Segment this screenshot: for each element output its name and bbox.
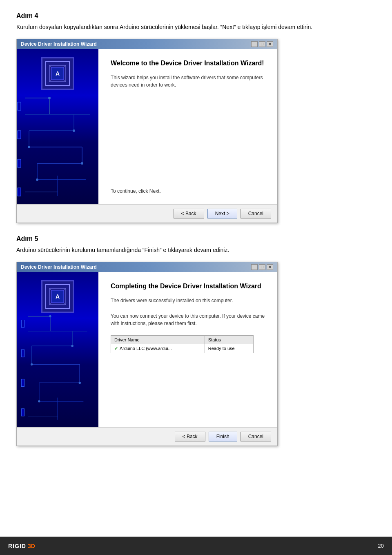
driver-table: Driver Name Status ✓Arduino LLC (www.ard… [111, 335, 254, 353]
svg-rect-19 [18, 131, 21, 139]
driver-name-cell: ✓Arduino LLC (www.ardui... [111, 344, 205, 353]
step5-logo-box: A [41, 280, 74, 313]
svg-point-40 [49, 315, 51, 317]
svg-point-42 [31, 363, 33, 365]
step5-minimize-button[interactable]: _ [251, 264, 258, 270]
svg-point-17 [36, 178, 38, 181]
svg-point-13 [48, 97, 51, 99]
svg-rect-47 [21, 379, 24, 386]
step5-text: Arduino sürücülerinin kurulumu tamamland… [16, 246, 376, 254]
titlebar-controls: _ □ ✕ [251, 41, 273, 47]
driver-col-status: Status [205, 335, 253, 344]
step5-arduino-icon: A [47, 286, 68, 307]
step5-maximize-button[interactable]: □ [259, 264, 265, 270]
close-button[interactable]: ✕ [267, 41, 273, 47]
step4-cancel-button[interactable]: Cancel [241, 209, 271, 218]
step5-sidebar: A [17, 272, 98, 427]
step4-wizard-title: Welcome to the Device Driver Installatio… [111, 59, 265, 68]
svg-rect-20 [18, 159, 21, 167]
svg-text:A: A [56, 70, 60, 77]
step4-heading: Adım 4 [16, 12, 376, 20]
driver-status-cell: Ready to use [205, 344, 253, 353]
svg-point-15 [28, 146, 30, 148]
driver-name-text: Arduino LLC (www.ardui... [120, 346, 172, 351]
svg-rect-48 [21, 409, 24, 416]
step5-buttons-area: < Back Finish Cancel [17, 427, 277, 446]
step4-sidebar: A [17, 49, 98, 204]
minimize-button[interactable]: _ [251, 41, 258, 47]
page-number: 20 [378, 543, 384, 549]
svg-point-43 [79, 382, 81, 384]
step5-heading: Adım 5 [16, 235, 376, 243]
step4-text: Kurulum dosyaları kopyalandıktan sonra A… [16, 23, 376, 31]
step5-desc1: The drivers were successfully installed … [111, 297, 265, 304]
svg-point-41 [71, 345, 73, 347]
logo-rigid-text: RIGID [8, 543, 26, 549]
step4-titlebar: Device Driver Installation Wizard _ □ ✕ [17, 39, 277, 49]
driver-table-row: ✓Arduino LLC (www.ardui... Ready to use [111, 344, 254, 353]
step5-content: Completing the Device Driver Installatio… [98, 272, 277, 427]
svg-text:A: A [56, 293, 60, 300]
svg-point-14 [73, 129, 75, 132]
check-icon: ✓ [114, 346, 118, 351]
step5-title-text: Device Driver Installation Wizard [21, 264, 97, 270]
step5-titlebar-controls: _ □ ✕ [251, 264, 273, 270]
svg-point-44 [38, 400, 40, 402]
step4-next-button[interactable]: Next > [207, 209, 237, 218]
step5-logo-inner: A [45, 284, 70, 309]
page-footer: RIGID3D 20 [0, 537, 392, 555]
step5-wizard-dialog: Device Driver Installation Wizard _ □ ✕ [16, 262, 278, 446]
step5-close-button[interactable]: ✕ [267, 264, 273, 270]
step5-titlebar: Device Driver Installation Wizard _ □ ✕ [17, 262, 277, 272]
step4-buttons-area: < Back Next > Cancel [17, 204, 277, 223]
step4-back-button[interactable]: < Back [174, 209, 204, 218]
wizard-logo-box: A [41, 57, 74, 90]
svg-rect-45 [21, 320, 24, 328]
step4-wizard-desc: This wizard helps you install the softwa… [111, 74, 265, 89]
step4-title-text: Device Driver Installation Wizard [21, 41, 97, 47]
footer-logo: RIGID3D [8, 543, 35, 549]
svg-rect-18 [18, 102, 21, 110]
svg-point-16 [81, 162, 83, 165]
driver-col-name: Driver Name [111, 335, 205, 344]
step5-cancel-button[interactable]: Cancel [241, 432, 271, 441]
arduino-icon: A [47, 63, 68, 84]
step4-wizard-body: A Welcome to the Device Driver Installat… [17, 49, 277, 204]
svg-rect-46 [21, 350, 24, 357]
step5-wizard-body: A Completing the Device Driver Installat… [17, 272, 277, 427]
step5-wizard-title: Completing the Device Driver Installatio… [111, 282, 265, 291]
maximize-button[interactable]: □ [259, 41, 265, 47]
wizard-logo-inner: A [45, 61, 70, 86]
step5-finish-button[interactable]: Finish [209, 432, 237, 441]
svg-rect-21 [18, 188, 21, 196]
step5-back-button[interactable]: < Back [175, 432, 205, 441]
step4-content: Welcome to the Device Driver Installatio… [98, 49, 277, 204]
step4-wizard-footer: To continue, click Next. [111, 180, 265, 194]
logo-3d-text: 3D [28, 543, 35, 549]
step4-wizard-dialog: Device Driver Installation Wizard _ □ ✕ [16, 39, 278, 223]
step5-desc2: You can now connect your device to this … [111, 312, 265, 327]
